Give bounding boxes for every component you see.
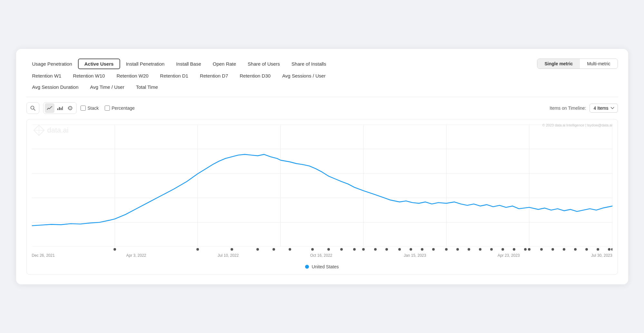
stack-checkbox-label[interactable]: Stack — [81, 106, 99, 111]
tab-share-of-installs[interactable]: Share of Installs — [286, 59, 332, 69]
tab-retention-d30[interactable]: Retention D30 — [234, 71, 276, 80]
tab-active-users[interactable]: Active Users — [78, 59, 120, 69]
tab-retention-w20[interactable]: Retention W20 — [111, 71, 154, 80]
svg-point-35 — [311, 248, 313, 251]
x-label-1: Apr 3, 2022 — [126, 253, 146, 258]
svg-point-50 — [490, 248, 493, 251]
svg-point-46 — [445, 248, 447, 251]
percentage-checkbox-label[interactable]: Percentage — [105, 106, 135, 111]
svg-point-38 — [353, 248, 356, 251]
x-label-3: Oct 16, 2022 — [310, 253, 332, 258]
svg-rect-5 — [62, 106, 63, 110]
watermark-text: data.ai — [47, 126, 69, 134]
svg-point-56 — [551, 248, 554, 251]
svg-point-42 — [398, 248, 401, 251]
svg-line-13 — [39, 125, 44, 130]
line-chart-icon[interactable] — [45, 103, 54, 113]
x-label-2: Jul 10, 2022 — [218, 253, 239, 258]
copyright-text: © 2023 data.ai Intelligence | lsydow@dat… — [542, 123, 612, 127]
svg-point-54 — [528, 248, 530, 251]
tab-install-base[interactable]: Install Base — [170, 59, 207, 69]
svg-rect-4 — [61, 108, 62, 110]
tabs-row-2: Retention W1 Retention W10 Retention W20… — [26, 71, 618, 80]
svg-point-60 — [596, 248, 599, 251]
chart-area: data.ai © 2023 data.ai Intelligence | ls… — [26, 119, 618, 275]
svg-point-52 — [513, 248, 515, 251]
x-axis-labels: Dec 26, 2021 Apr 3, 2022 Jul 10, 2022 Oc… — [32, 252, 612, 260]
svg-point-41 — [385, 248, 388, 251]
timeline-select[interactable]: 1 Item 2 Items 3 Items 4 Items 5 Items — [590, 104, 618, 113]
svg-point-33 — [272, 248, 275, 251]
tab-open-rate[interactable]: Open Rate — [207, 59, 242, 69]
line-chart-svg — [32, 125, 612, 247]
chart-options: Stack Percentage — [81, 106, 135, 111]
svg-point-43 — [409, 248, 412, 251]
svg-point-40 — [374, 248, 377, 251]
chart-type-group — [26, 102, 39, 114]
x-label-4: Jan 15, 2023 — [404, 253, 426, 258]
svg-point-51 — [501, 248, 504, 251]
percentage-label: Percentage — [112, 106, 135, 111]
svg-line-14 — [34, 130, 39, 135]
timeline-label: Items on Timeline: — [550, 106, 586, 111]
svg-line-15 — [39, 130, 44, 135]
svg-point-32 — [256, 248, 259, 251]
svg-point-53 — [524, 248, 526, 251]
svg-point-48 — [467, 248, 470, 251]
watermark-diamond-icon — [33, 125, 45, 136]
x-label-5: Apr 23, 2023 — [498, 253, 520, 258]
tab-share-of-users[interactable]: Share of Users — [242, 59, 286, 69]
chart-legend: United States — [32, 264, 612, 269]
tab-total-time[interactable]: Total Time — [130, 82, 164, 92]
tabs-row-1: Usage Penetration Active Users Install P… — [26, 59, 618, 69]
svg-point-30 — [196, 248, 199, 251]
tab-avg-time-user[interactable]: Avg Time / User — [84, 82, 130, 92]
svg-point-45 — [432, 248, 435, 251]
tab-install-penetration[interactable]: Install Penetration — [120, 59, 170, 69]
multi-metric-button[interactable]: Multi-metric — [580, 59, 617, 69]
x-label-6: Jul 30, 2023 — [591, 253, 612, 258]
svg-point-39 — [362, 248, 365, 251]
tab-retention-d7[interactable]: Retention D7 — [194, 71, 234, 80]
tab-avg-session-duration[interactable]: Avg Session Duration — [26, 82, 84, 92]
bar-chart-icon[interactable] — [55, 103, 65, 113]
view-type-group — [43, 102, 77, 114]
dots-svg — [32, 247, 612, 252]
svg-point-61 — [608, 248, 610, 251]
svg-point-58 — [574, 248, 576, 251]
svg-point-49 — [479, 248, 481, 251]
svg-point-29 — [113, 248, 116, 251]
scatter-chart-icon[interactable] — [65, 103, 75, 113]
stack-checkbox[interactable] — [81, 106, 86, 111]
chart-controls: Stack Percentage Items on Timeline: 1 It… — [26, 102, 618, 114]
svg-line-12 — [34, 125, 39, 130]
main-card: Usage Penetration Active Users Install P… — [16, 49, 628, 284]
stack-label: Stack — [88, 106, 99, 111]
svg-point-44 — [421, 248, 423, 251]
timeline-dots-row — [32, 247, 612, 252]
timeline-control: Items on Timeline: 1 Item 2 Items 3 Item… — [550, 104, 618, 113]
svg-point-31 — [230, 248, 233, 251]
metric-toggle: Single metric Multi-metric — [537, 59, 618, 69]
svg-point-59 — [585, 248, 588, 251]
svg-point-57 — [562, 248, 565, 251]
svg-point-36 — [327, 248, 330, 251]
percentage-checkbox[interactable] — [105, 106, 110, 111]
svg-point-55 — [540, 248, 543, 251]
zoom-icon[interactable] — [28, 103, 38, 113]
tab-avg-sessions-user[interactable]: Avg Sessions / User — [276, 71, 332, 80]
tab-divider — [26, 97, 618, 97]
svg-rect-2 — [57, 108, 58, 110]
tab-usage-penetration[interactable]: Usage Penetration — [26, 59, 78, 69]
legend-dot-us — [305, 265, 309, 269]
svg-point-62 — [611, 248, 612, 251]
svg-point-37 — [340, 248, 343, 251]
single-metric-button[interactable]: Single metric — [537, 59, 580, 69]
svg-point-47 — [456, 248, 459, 251]
svg-point-34 — [288, 248, 291, 251]
x-label-0: Dec 26, 2021 — [32, 253, 55, 258]
legend-label-us: United States — [312, 264, 339, 269]
tab-retention-d1[interactable]: Retention D1 — [154, 71, 194, 80]
tab-retention-w10[interactable]: Retention W10 — [67, 71, 111, 80]
tab-retention-w1[interactable]: Retention W1 — [26, 71, 67, 80]
